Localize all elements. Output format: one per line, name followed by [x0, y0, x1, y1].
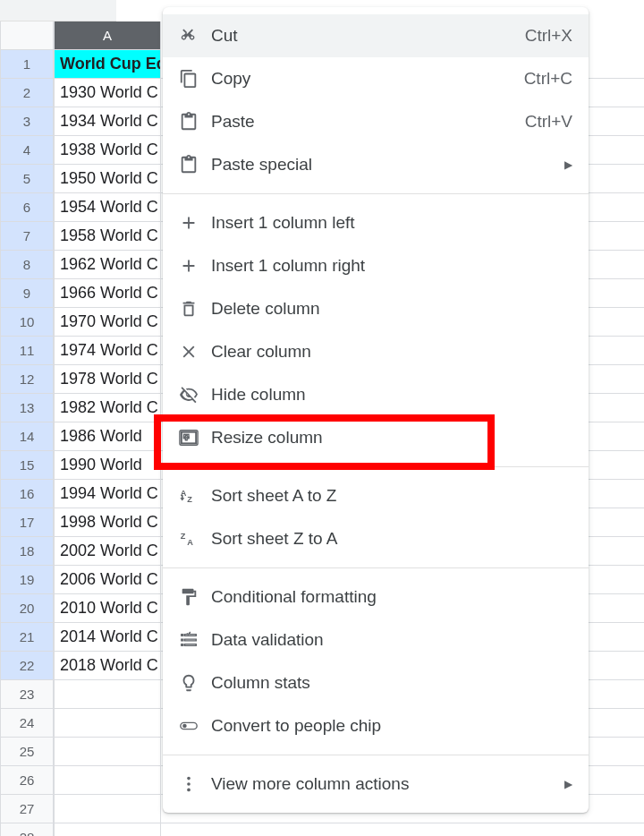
- cell[interactable]: 1930 World C: [54, 79, 161, 107]
- menu-sort-za[interactable]: ZA Sort sheet Z to A: [163, 517, 589, 560]
- row-header[interactable]: 25: [0, 738, 54, 766]
- menu-convert-people-chip[interactable]: Convert to people chip: [163, 704, 589, 747]
- row-header[interactable]: 13: [0, 394, 54, 422]
- menu-insert-col-left[interactable]: Insert 1 column left: [163, 201, 589, 244]
- row-header[interactable]: 19: [0, 566, 54, 594]
- submenu-arrow-icon: ▶: [564, 158, 572, 171]
- trash-icon: [179, 298, 211, 320]
- row-header[interactable]: 26: [0, 766, 54, 795]
- menu-paste[interactable]: Paste Ctrl+V: [163, 100, 589, 143]
- toolbar-strip: [0, 0, 116, 21]
- menu-paste-special[interactable]: Paste special ▶: [163, 143, 589, 186]
- row-header[interactable]: 3: [0, 107, 54, 136]
- menu-clear-col[interactable]: Clear column: [163, 330, 589, 373]
- cell[interactable]: 2010 World C: [54, 594, 161, 623]
- eye-off-icon: [179, 384, 211, 405]
- plus-icon: [179, 212, 211, 234]
- menu-conditional-formatting[interactable]: Conditional formatting: [163, 576, 589, 618]
- menu-delete-col[interactable]: Delete column: [163, 287, 589, 330]
- menu-label: Clear column: [211, 342, 572, 362]
- row-header[interactable]: 24: [0, 709, 54, 738]
- cell[interactable]: 1998 World C: [54, 508, 161, 537]
- menu-label: Data validation: [211, 630, 572, 650]
- row-header[interactable]: 9: [0, 279, 54, 308]
- svg-text:A: A: [181, 489, 187, 498]
- cell[interactable]: [54, 709, 161, 738]
- menu-sort-az[interactable]: AZ Sort sheet A to Z: [163, 474, 589, 517]
- menu-label: Copy: [211, 69, 524, 89]
- svg-text:A: A: [187, 538, 193, 547]
- cell[interactable]: World Cup Ed: [54, 50, 161, 79]
- row-header[interactable]: 28: [0, 823, 54, 836]
- cell[interactable]: [54, 680, 161, 709]
- cell[interactable]: 1990 World: [54, 451, 161, 480]
- separator: [163, 567, 589, 568]
- menu-copy[interactable]: Copy Ctrl+C: [163, 57, 589, 100]
- row-header[interactable]: 12: [0, 365, 54, 394]
- cell[interactable]: 1970 World C: [54, 308, 161, 337]
- menu-insert-col-right[interactable]: Insert 1 column right: [163, 244, 589, 287]
- menu-more-column-actions[interactable]: View more column actions ▶: [163, 763, 589, 806]
- cell[interactable]: 1982 World C: [54, 394, 161, 422]
- svg-text:Z: Z: [181, 532, 186, 541]
- menu-label: Conditional formatting: [211, 587, 572, 607]
- shortcut: Ctrl+V: [525, 112, 572, 132]
- cell[interactable]: 2006 World C: [54, 566, 161, 594]
- shortcut: Ctrl+X: [525, 26, 572, 46]
- row-header[interactable]: 27: [0, 795, 54, 823]
- cell[interactable]: 1958 World C: [54, 222, 161, 251]
- column-header-a[interactable]: A: [54, 21, 161, 50]
- row-header[interactable]: 7: [0, 222, 54, 251]
- lightbulb-icon: [179, 672, 211, 694]
- cell[interactable]: [54, 795, 161, 823]
- row-header[interactable]: 14: [0, 422, 54, 451]
- menu-resize-col[interactable]: Resize column: [163, 416, 589, 459]
- row-header[interactable]: 15: [0, 451, 54, 480]
- cell[interactable]: 1962 World C: [54, 251, 161, 279]
- cell[interactable]: 1986 World: [54, 422, 161, 451]
- cell[interactable]: 1950 World C: [54, 165, 161, 193]
- cell[interactable]: 1974 World C: [54, 337, 161, 365]
- row-header[interactable]: 4: [0, 136, 54, 165]
- separator: [163, 193, 589, 194]
- menu-hide-col[interactable]: Hide column: [163, 373, 589, 416]
- cell[interactable]: [54, 738, 161, 766]
- paint-roller-icon: [179, 586, 211, 608]
- copy-icon: [179, 68, 211, 90]
- cell[interactable]: 1938 World C: [54, 136, 161, 165]
- row-header[interactable]: 1: [0, 50, 54, 79]
- x-icon: [179, 341, 211, 363]
- cell[interactable]: 1966 World C: [54, 279, 161, 308]
- svg-text:Z: Z: [187, 495, 192, 504]
- cell[interactable]: [54, 823, 161, 836]
- row-header[interactable]: 20: [0, 594, 54, 623]
- row-header[interactable]: 6: [0, 193, 54, 222]
- select-all-corner[interactable]: [0, 21, 54, 50]
- row-header[interactable]: 11: [0, 337, 54, 365]
- cell[interactable]: 1994 World C: [54, 480, 161, 508]
- more-vert-icon: [179, 773, 211, 795]
- context-menu: Cut Ctrl+X Copy Ctrl+C Paste Ctrl+V Past…: [163, 7, 589, 813]
- menu-column-stats[interactable]: Column stats: [163, 661, 589, 704]
- row-header[interactable]: 5: [0, 165, 54, 193]
- cell[interactable]: 2002 World C: [54, 537, 161, 566]
- cell[interactable]: 1934 World C: [54, 107, 161, 136]
- cell[interactable]: 1954 World C: [54, 193, 161, 222]
- menu-cut[interactable]: Cut Ctrl+X: [163, 14, 589, 57]
- row-header[interactable]: 23: [0, 680, 54, 709]
- row-header[interactable]: 21: [0, 623, 54, 652]
- cell[interactable]: [54, 766, 161, 795]
- row-header[interactable]: 10: [0, 308, 54, 337]
- row-header[interactable]: 8: [0, 251, 54, 279]
- row-header[interactable]: 22: [0, 652, 54, 680]
- menu-data-validation[interactable]: Data validation: [163, 618, 589, 661]
- empty-cells[interactable]: [161, 823, 644, 836]
- row-header[interactable]: 2: [0, 79, 54, 107]
- row-header[interactable]: 18: [0, 537, 54, 566]
- cell[interactable]: 1978 World C: [54, 365, 161, 394]
- menu-label: Paste: [211, 112, 525, 132]
- row-header[interactable]: 16: [0, 480, 54, 508]
- row-header[interactable]: 17: [0, 508, 54, 537]
- cell[interactable]: 2018 World C: [54, 652, 161, 680]
- cell[interactable]: 2014 World C: [54, 623, 161, 652]
